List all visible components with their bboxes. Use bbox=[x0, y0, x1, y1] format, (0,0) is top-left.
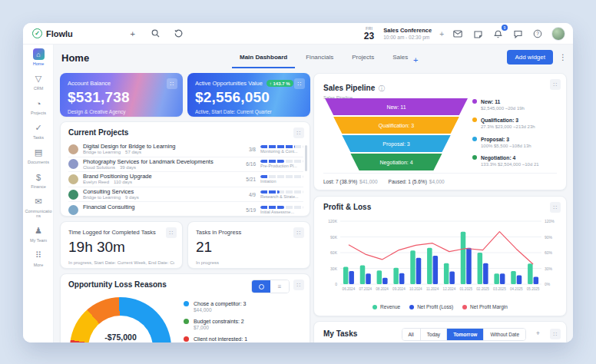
sidebar-item-label: Finance bbox=[24, 184, 53, 189]
legend-dot bbox=[472, 99, 477, 104]
funnel-stage[interactable]: Proposal: 3 bbox=[325, 135, 468, 152]
project-title: Consulting Services bbox=[83, 188, 239, 195]
drag-handle-icon[interactable]: ∷ bbox=[293, 227, 304, 238]
project-row[interactable]: Financial Consulting 5/19 Initial Assess… bbox=[68, 202, 303, 217]
sidebar-item[interactable]: ♟ My Team bbox=[23, 221, 54, 246]
pipeline-funnel: New: 11Qualification: 3Proposal: 3Negoti… bbox=[325, 98, 468, 170]
funnel-stage[interactable]: Negotiation: 4 bbox=[325, 154, 468, 170]
funnel-stage[interactable]: Qualification: 3 bbox=[325, 117, 468, 134]
drag-handle-icon[interactable]: ∷ bbox=[293, 127, 304, 138]
scrollbar[interactable] bbox=[305, 145, 307, 171]
sidebar-item[interactable]: ▽ CRM bbox=[23, 69, 54, 94]
user-avatar[interactable] bbox=[551, 27, 565, 41]
svg-text:90%: 90% bbox=[545, 235, 553, 240]
add-event-icon[interactable]: + bbox=[439, 30, 444, 38]
more-menu-icon[interactable]: ⋮ bbox=[559, 53, 567, 61]
legend-label: Net Profit Margin bbox=[470, 304, 508, 309]
project-row[interactable]: Digital Design for Bridge to Learning Br… bbox=[68, 142, 303, 157]
task-filter-button[interactable]: Without Date bbox=[484, 329, 525, 340]
legend-label: Revenue bbox=[380, 304, 400, 309]
mail-icon[interactable] bbox=[452, 28, 464, 40]
project-row[interactable]: Consulting Services Bridge to Learning9 … bbox=[68, 187, 303, 203]
svg-text:07.2024: 07.2024 bbox=[359, 287, 372, 291]
svg-text:?: ? bbox=[536, 31, 539, 36]
bell-icon[interactable]: 9 bbox=[492, 28, 504, 40]
gauge-center-value: -$75,000 bbox=[70, 333, 171, 342]
dashboard-tab[interactable]: Projects bbox=[344, 49, 382, 68]
drag-handle-icon[interactable]: ∷ bbox=[294, 78, 305, 89]
sidebar-item[interactable]: ▤ Documents bbox=[23, 143, 54, 167]
chart-legend: Revenue Net Profit (Loss) Net Profit Mar… bbox=[314, 304, 566, 309]
chat-icon[interactable] bbox=[512, 28, 524, 40]
history-icon[interactable] bbox=[173, 28, 185, 40]
tab-label: Financials bbox=[306, 54, 333, 61]
legend-label: Budget constraints: 2 bbox=[194, 318, 244, 325]
opportunities-card[interactable]: Active Opportunities Value ↑ 143.7 % $2,… bbox=[187, 73, 310, 117]
sidebar-item[interactable]: ✉ Communications bbox=[23, 192, 54, 221]
add-tab-icon[interactable]: + bbox=[407, 52, 424, 69]
kpi-value: $2,556,050 bbox=[195, 89, 303, 106]
task-filter-button[interactable]: Today bbox=[421, 329, 447, 340]
svg-text:30K: 30K bbox=[330, 266, 338, 271]
stat-value: 21 bbox=[196, 239, 302, 256]
svg-text:01.2025: 01.2025 bbox=[459, 287, 472, 291]
legend-dot bbox=[462, 305, 467, 309]
help-icon[interactable]: ? bbox=[531, 28, 544, 40]
flowlu-logo[interactable]: ✓ Flowlu bbox=[32, 28, 73, 38]
sidebar-item[interactable]: $ Finance bbox=[23, 167, 54, 192]
drag-handle-icon[interactable]: ∷ bbox=[550, 202, 561, 213]
sidebar-item[interactable]: ⠿ More bbox=[23, 246, 54, 270]
table-view-button[interactable]: ≡ bbox=[270, 280, 289, 293]
drag-handle-icon[interactable]: ∷ bbox=[550, 329, 561, 339]
legend-dot bbox=[472, 137, 477, 141]
sidebar-item[interactable]: ⌂ Home bbox=[23, 45, 54, 69]
project-days: 110 days bbox=[114, 180, 132, 184]
dashboard-tab[interactable]: Financials bbox=[298, 49, 341, 68]
search-icon[interactable] bbox=[150, 28, 162, 40]
dashboard-content: Home Main Dashboard Financials Projects … bbox=[54, 45, 573, 342]
add-widget-button[interactable]: Add widget bbox=[507, 50, 553, 65]
drag-handle-icon[interactable]: ∷ bbox=[293, 280, 304, 290]
card-title: Sales Pipeline bbox=[323, 84, 375, 92]
task-ratio: 6/16 bbox=[239, 161, 256, 167]
footer-label: Lost: 7 (38.9%) bbox=[323, 179, 357, 184]
logo-text: Flowlu bbox=[46, 29, 73, 38]
upcoming-event[interactable]: Sales Conference 10:00 am - 02:30 pm bbox=[383, 27, 432, 41]
account-balance-card[interactable]: Account Balance $531,738 Design & Creati… bbox=[60, 73, 183, 117]
calendar-date[interactable]: Fri 23 bbox=[364, 27, 374, 41]
kpi-value: $531,738 bbox=[68, 89, 175, 106]
drag-handle-icon[interactable]: ∷ bbox=[167, 78, 177, 89]
legend-item[interactable]: Revenue bbox=[372, 304, 400, 309]
notes-icon[interactable] bbox=[472, 28, 484, 40]
dashboard-tab[interactable]: Main Dashboard bbox=[232, 49, 295, 68]
pipeline-legend: New: 11 $2,545,000 ~20d 19h Qualificatio… bbox=[472, 98, 558, 167]
project-stage: Research & Strate... bbox=[260, 194, 303, 199]
task-filter-button[interactable]: All bbox=[402, 329, 421, 340]
footer-stat: Paused: 1 (5.6%)$4,000 bbox=[389, 179, 445, 184]
legend-item: Budget constraints: 2 $7,000 bbox=[184, 318, 247, 330]
drag-handle-icon[interactable]: ∷ bbox=[166, 227, 177, 238]
growth-badge: ↑ 143.7 % bbox=[267, 80, 293, 87]
add-filter-icon[interactable]: + bbox=[536, 329, 540, 337]
legend-item[interactable]: Net Profit (Loss) bbox=[409, 304, 453, 309]
sidebar-item[interactable]: ✓ Tasks bbox=[23, 118, 54, 143]
drag-handle-icon[interactable]: ∷ bbox=[550, 79, 561, 90]
filter-label: Tomorrow bbox=[453, 332, 477, 337]
sidebar-item-icon: ▤ bbox=[33, 147, 45, 158]
info-icon[interactable]: ⓘ bbox=[379, 85, 385, 92]
project-days: 39 days bbox=[120, 165, 136, 170]
svg-text:08.2024: 08.2024 bbox=[376, 287, 389, 291]
create-plus-icon[interactable]: + bbox=[127, 28, 139, 40]
project-row[interactable]: Photography Services for Landmark Develo… bbox=[68, 157, 303, 173]
sidebar-item-icon: ◔ bbox=[33, 98, 45, 109]
svg-text:05.2025: 05.2025 bbox=[527, 287, 540, 291]
project-row[interactable]: Brand Positioning Upgrade Evelyn Reed110… bbox=[68, 172, 303, 187]
sidebar-item[interactable]: ◔ Projects bbox=[23, 94, 54, 118]
legend-item[interactable]: Net Profit Margin bbox=[462, 304, 508, 309]
funnel-stage[interactable]: New: 11 bbox=[325, 98, 468, 115]
task-filter-button[interactable]: Tomorrow bbox=[447, 329, 484, 340]
legend-label: Chose a competitor: 3 bbox=[194, 300, 246, 307]
avatar bbox=[68, 144, 78, 154]
sidebar: ⌂ Home ▽ CRM ◔ Projects ✓ Tasks ▤ Docume… bbox=[23, 45, 54, 342]
donut-view-button[interactable] bbox=[252, 280, 270, 293]
